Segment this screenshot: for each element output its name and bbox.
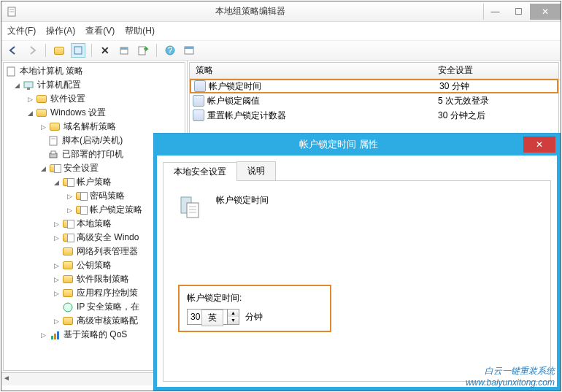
list-row-lockout-duration[interactable]: 帐户锁定时间 30 分钟: [190, 79, 558, 93]
tab-page-local: 帐户锁定时间 帐户锁定时间: ▲▼ 分钟: [163, 181, 551, 382]
svg-rect-3: [74, 47, 82, 54]
svg-rect-23: [187, 203, 199, 218]
tree-computer-config[interactable]: ◢计算机配置: [5, 78, 183, 92]
dialog-title: 帐户锁定时间 属性: [154, 138, 523, 151]
close-button[interactable]: ✕: [530, 4, 561, 20]
list-row-reset-counter[interactable]: 重置帐户锁定计数器 30 分钟之后: [190, 108, 558, 123]
col-setting[interactable]: 安全设置: [438, 64, 558, 77]
list-row-lockout-threshold[interactable]: 帐户锁定阈值 5 次无效登录: [190, 93, 558, 108]
policy-icon: [193, 95, 204, 107]
dialog-tabs: 本地安全设置 说明: [163, 161, 551, 181]
toolbar: ✕ ?: [1, 40, 561, 61]
tree-software-settings[interactable]: ▷软件设置: [5, 92, 183, 106]
svg-rect-5: [120, 47, 128, 50]
property-name: 帐户锁定时间: [216, 194, 269, 207]
svg-rect-17: [51, 151, 55, 154]
svg-text:?: ?: [168, 45, 173, 55]
svg-rect-10: [185, 47, 193, 49]
svg-rect-14: [50, 137, 57, 145]
svg-point-18: [63, 303, 72, 312]
menu-file[interactable]: 文件(F): [7, 25, 36, 37]
app-icon: [6, 6, 18, 18]
folder-up-icon[interactable]: [52, 43, 66, 58]
field-unit: 分钟: [245, 311, 263, 323]
svg-rect-19: [51, 336, 53, 339]
svg-rect-11: [7, 67, 15, 76]
options-icon[interactable]: [182, 43, 196, 58]
menu-view[interactable]: 查看(V): [85, 25, 115, 37]
tree-root[interactable]: 本地计算机 策略: [5, 64, 183, 78]
window-title: 本地组策略编辑器: [18, 5, 483, 18]
spin-down-icon: ▼: [228, 317, 239, 324]
properties-dialog: 帐户锁定时间 属性 ✕ 本地安全设置 说明 帐户锁定时间 帐户锁定时间: ▲▼: [153, 133, 561, 391]
watermark: 白云一键重装系统 www.baiyunxitong.com: [466, 365, 555, 388]
field-label: 帐户锁定时间:: [187, 292, 323, 304]
dialog-titlebar[interactable]: 帐户锁定时间 属性 ✕: [154, 134, 560, 155]
svg-rect-13: [27, 88, 30, 90]
minimize-button[interactable]: —: [483, 4, 507, 20]
svg-rect-20: [54, 334, 56, 339]
delete-icon[interactable]: ✕: [98, 43, 112, 58]
policy-large-icon: [178, 194, 201, 219]
main-titlebar: 本地组策略编辑器 — ☐ ✕: [1, 1, 561, 22]
svg-rect-21: [57, 331, 59, 339]
spin-up-icon: ▲: [228, 310, 239, 317]
policy-icon: [193, 109, 204, 121]
tree-windows-settings[interactable]: ◢Windows 设置: [5, 106, 183, 120]
ime-indicator[interactable]: 英: [201, 310, 223, 326]
tab-local-security[interactable]: 本地安全设置: [163, 162, 237, 181]
svg-rect-6: [139, 47, 145, 55]
forward-icon[interactable]: [25, 43, 39, 58]
help-icon[interactable]: ?: [163, 43, 177, 58]
menu-help[interactable]: 帮助(H): [125, 25, 155, 37]
tree-name-resolution[interactable]: ▷域名解析策略: [5, 120, 183, 134]
export-icon[interactable]: [136, 43, 150, 58]
maximize-button[interactable]: ☐: [507, 4, 530, 20]
back-icon[interactable]: [6, 43, 20, 58]
properties-icon[interactable]: [117, 43, 131, 58]
menu-action[interactable]: 操作(A): [46, 25, 75, 37]
tab-explain[interactable]: 说明: [236, 161, 276, 180]
spinner[interactable]: ▲▼: [227, 310, 239, 324]
dialog-close-button[interactable]: ✕: [523, 137, 555, 153]
svg-rect-12: [24, 82, 33, 88]
menubar: 文件(F) 操作(A) 查看(V) 帮助(H): [1, 22, 561, 40]
policy-icon: [194, 80, 206, 92]
list-view-icon[interactable]: [71, 43, 85, 58]
col-policy[interactable]: 策略: [190, 64, 438, 77]
list-header[interactable]: 策略 安全设置: [190, 63, 558, 79]
